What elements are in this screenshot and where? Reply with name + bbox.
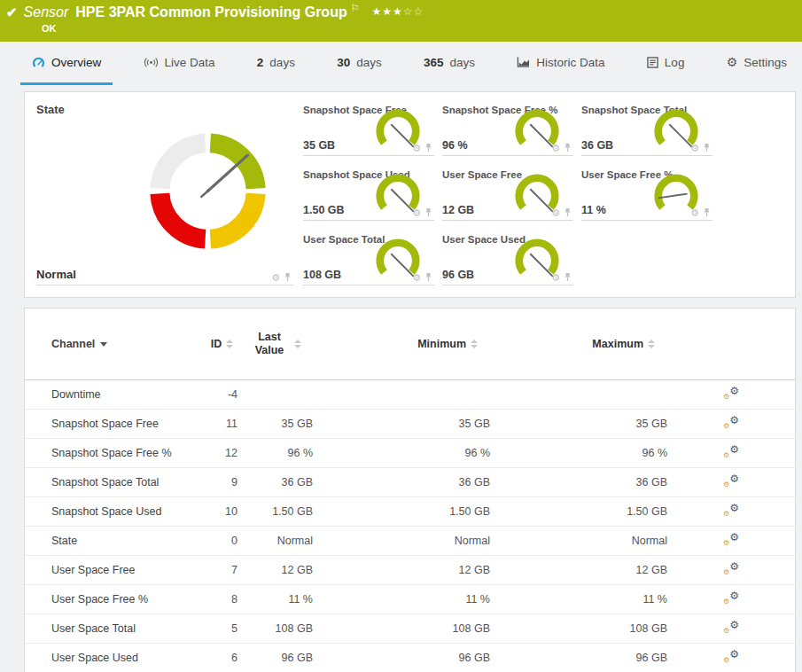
gear-icon[interactable]: ⚙ — [551, 208, 560, 217]
gear-icon[interactable]: ⚙ — [551, 144, 560, 152]
column-header-last-value[interactable]: Last Value — [249, 331, 301, 357]
column-header-id[interactable]: ID — [211, 338, 234, 350]
edit-channel-gears-icon[interactable]: ⚙⚙ — [723, 649, 739, 664]
channel-name: Snapshot Space Free — [51, 418, 206, 430]
gauge-value: 36 GB — [581, 139, 613, 152]
gauge-needle — [391, 254, 414, 277]
channel-last-value: 11 % — [237, 593, 313, 606]
table-row-snapshot-space-free[interactable]: Snapshot Space Free 11 35 GB 35 GB 35 GB… — [25, 410, 795, 439]
channel-id: 11 — [206, 418, 237, 430]
pin-icon[interactable] — [703, 207, 711, 217]
edit-channel-gears-icon[interactable]: ⚙⚙ — [723, 473, 739, 488]
tab-historic-data[interactable]: Historic Data — [505, 42, 616, 85]
channel-id: 7 — [206, 564, 237, 576]
column-header-channel[interactable]: Channel — [51, 338, 107, 350]
channel-id: -4 — [206, 388, 237, 401]
gauge-cell-snapshot-space-total[interactable]: Snapshot Space Total 36 GB ⚙ — [581, 105, 712, 156]
table-row-user-space-free-pct[interactable]: User Space Free % 8 11 % 11 % 11 % ⚙⚙ — [25, 585, 795, 614]
pin-icon[interactable] — [564, 207, 572, 217]
channel-minimum: 12 GB — [313, 564, 490, 576]
gear-icon: ⚙ — [727, 56, 738, 68]
tab-unit: days — [450, 56, 476, 69]
channel-minimum: 1.50 GB — [313, 505, 490, 518]
edit-channel-gears-icon[interactable]: ⚙⚙ — [723, 386, 739, 401]
channel-last-value: 1.50 GB — [237, 505, 313, 518]
sort-icon — [471, 340, 478, 348]
gauge-needle — [391, 124, 414, 147]
channel-id: 12 — [206, 447, 237, 459]
pin-icon[interactable] — [424, 272, 432, 282]
channel-last-value: 96 % — [237, 447, 313, 459]
gear-icon[interactable]: ⚙ — [412, 208, 421, 217]
edit-channel-gears-icon[interactable]: ⚙⚙ — [723, 620, 739, 635]
table-row-snapshot-space-free-pct[interactable]: Snapshot Space Free % 12 96 % 96 % 96 % … — [25, 439, 795, 468]
gauge-cell-snapshot-space-used[interactable]: Snapshot Space Used 1.50 GB ⚙ — [303, 169, 434, 221]
edit-channel-gears-icon[interactable]: ⚙⚙ — [723, 415, 739, 430]
table-row-user-space-free[interactable]: User Space Free 7 12 GB 12 GB 12 GB ⚙⚙ — [25, 556, 795, 585]
edit-channel-gears-icon[interactable]: ⚙⚙ — [723, 532, 739, 547]
tab-label: Overview — [51, 56, 101, 69]
object-kind-label: Sensor — [24, 4, 69, 20]
gauge-cell-empty — [581, 234, 712, 285]
tab-log[interactable]: Log — [635, 42, 697, 85]
pin-icon[interactable] — [284, 272, 292, 282]
table-row-user-space-used[interactable]: User Space Used 6 96 GB 96 GB 96 GB ⚙⚙ — [25, 644, 795, 672]
pin-icon[interactable] — [424, 207, 432, 217]
gauge-cell-user-space-total[interactable]: User Space Total 108 GB ⚙ — [303, 234, 434, 285]
gear-icon[interactable]: ⚙ — [271, 273, 280, 282]
channel-maximum: 12 GB — [490, 564, 667, 576]
gauge-cell-user-space-free-pct[interactable]: User Space Free % 11 % ⚙ — [581, 169, 712, 221]
pin-icon[interactable] — [564, 143, 572, 152]
channel-maximum: 108 GB — [490, 622, 667, 635]
gauge-cell-snapshot-space-free-pct[interactable]: Snapshot Space Free % 96 % ⚙ — [442, 105, 573, 156]
gear-icon[interactable]: ⚙ — [690, 208, 699, 217]
state-donut-gauge — [136, 119, 280, 263]
stars-filled: ★★★ — [372, 5, 403, 18]
edit-channel-gears-icon[interactable]: ⚙⚙ — [723, 561, 739, 576]
channel-last-value: 36 GB — [237, 476, 313, 488]
table-row-snapshot-space-total[interactable]: Snapshot Space Total 9 36 GB 36 GB 36 GB… — [25, 468, 795, 497]
small-gauges-grid: Snapshot Space Free 35 GB ⚙ Snapshot Spa… — [303, 105, 712, 285]
table-row-state[interactable]: State 0 Normal Normal Normal ⚙⚙ — [25, 527, 795, 556]
gauge-cell-user-space-used[interactable]: User Space Used 96 GB ⚙ — [442, 234, 573, 285]
pin-icon[interactable] — [564, 272, 572, 282]
table-row-downtime[interactable]: Downtime -4 ⚙⚙ — [25, 380, 795, 410]
channel-id: 0 — [206, 535, 237, 547]
tab-overview[interactable]: Overview — [20, 42, 113, 85]
tab-2-days[interactable]: 2 days — [245, 42, 307, 85]
priority-stars[interactable]: ★★★☆☆ — [372, 5, 424, 18]
gauge-title: User Space Total — [303, 234, 385, 245]
channel-maximum: 96 % — [490, 447, 667, 459]
pin-icon[interactable] — [424, 143, 432, 152]
tab-365-days[interactable]: 365 days — [412, 42, 487, 85]
tab-30-days[interactable]: 30 days — [325, 42, 393, 85]
gauge-needle — [530, 189, 553, 212]
pin-icon[interactable] — [703, 143, 711, 152]
column-header-minimum[interactable]: Minimum — [417, 338, 478, 350]
gear-icon[interactable]: ⚙ — [412, 144, 421, 152]
edit-channel-gears-icon[interactable]: ⚙⚙ — [723, 590, 739, 606]
edit-channel-gears-icon[interactable]: ⚙⚙ — [723, 444, 739, 459]
channel-last-value: 96 GB — [237, 652, 313, 664]
channel-last-value: Normal — [237, 535, 313, 547]
table-row-snapshot-space-used[interactable]: Snapshot Space Used 10 1.50 GB 1.50 GB 1… — [25, 497, 795, 527]
tab-live-data[interactable]: Live Data — [132, 42, 227, 85]
gear-icon[interactable]: ⚙ — [551, 273, 560, 282]
channel-name: State — [51, 535, 206, 547]
sort-icon — [648, 340, 655, 348]
tab-number: 2 — [257, 56, 264, 69]
edit-channel-gears-icon[interactable]: ⚙⚙ — [723, 503, 739, 518]
gauges-panel: State Normal ⚙ Snapshot Space Free 35 GB — [24, 91, 796, 298]
gauge-needle — [658, 194, 688, 199]
tab-settings[interactable]: ⚙ Settings — [715, 42, 798, 85]
channel-maximum: 36 GB — [490, 476, 667, 488]
column-header-maximum[interactable]: Maximum — [592, 338, 655, 350]
gauge-cell-user-space-free[interactable]: User Space Free 12 GB ⚙ — [442, 169, 573, 221]
gear-icon[interactable]: ⚙ — [412, 273, 421, 282]
table-row-user-space-total[interactable]: User Space Total 5 108 GB 108 GB 108 GB … — [25, 614, 795, 644]
gauge-cell-snapshot-space-free[interactable]: Snapshot Space Free 35 GB ⚙ — [303, 105, 434, 156]
tab-number: 365 — [424, 56, 444, 69]
gear-icon[interactable]: ⚙ — [690, 144, 699, 152]
tab-label: Historic Data — [536, 56, 604, 69]
state-gauge-cell[interactable]: State Normal ⚙ — [36, 92, 293, 297]
